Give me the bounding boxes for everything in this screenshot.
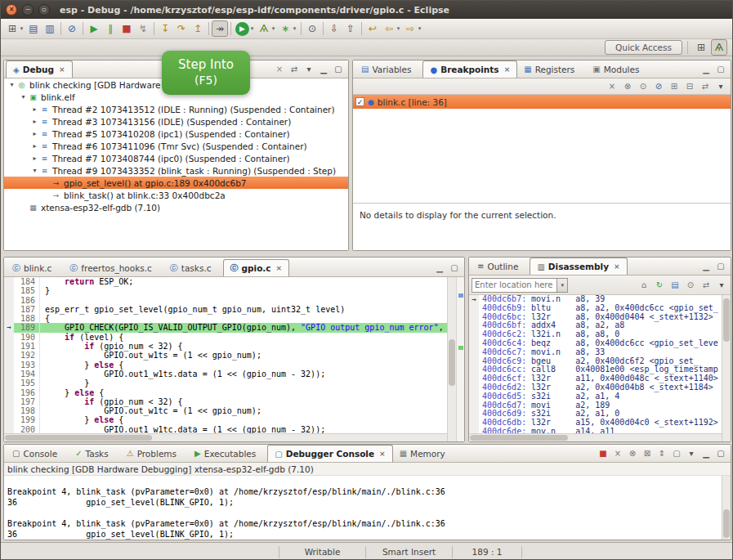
save-all-icon[interactable]: ▥ — [42, 20, 58, 37]
save-icon[interactable]: ▤ — [25, 20, 42, 37]
disassembly-content[interactable]: → 400dc6b7: movi.n a8, 39 400dc6b9: bltu… — [469, 295, 722, 441]
asm-line[interactable]: 400dc6b9: bltu a8, a2, 0x400dc6cc <gpio_… — [469, 304, 722, 313]
code-line[interactable]: 188 { — [4, 314, 447, 323]
scrollbar-thumb[interactable] — [449, 339, 455, 385]
location-input[interactable] — [472, 280, 556, 289]
code-line[interactable]: 186 — [4, 296, 447, 305]
debug-tree-row[interactable]: ▾ ≡ Thread #9 1073433352 (blink_task : R… — [4, 164, 348, 177]
asm-line[interactable]: 400dc6de: mov.n a14, a11 — [469, 428, 722, 433]
view-tab[interactable]: ▶ Executables — [188, 445, 267, 462]
next-annotation-icon[interactable]: ⇩ — [326, 20, 342, 37]
suspend-icon[interactable]: ∥ — [102, 20, 118, 37]
code-line[interactable]: 199 } else { — [4, 415, 447, 424]
expand-all-icon[interactable]: ⊞ — [668, 80, 681, 93]
open-perspective-icon[interactable]: ⊞ — [693, 39, 709, 56]
forward-menu-icon[interactable]: ▾ — [416, 20, 423, 37]
collapse-all-icon[interactable]: ⊟ — [683, 80, 696, 93]
previous-annotation-icon[interactable]: ⇧ — [342, 20, 359, 37]
view-tab[interactable]: ▦ Memory — [393, 445, 457, 462]
debug-tree-row[interactable]: ▦ xtensa-esp32-elf-gdb (7.10) — [4, 201, 348, 213]
display-selected-console-icon[interactable]: ▢ — [670, 447, 683, 460]
scroll-lock-icon[interactable]: ⇕ — [655, 447, 668, 460]
debug-tree-row[interactable]: → gpio_set_level() at gpio.c:189 0x400dc… — [4, 177, 348, 189]
resume-icon[interactable]: ▶ — [86, 20, 102, 37]
step-filters-icon[interactable]: ⇄ — [288, 63, 301, 76]
view-tab[interactable]: ● Breakpoints × — [422, 60, 517, 78]
view-tab[interactable]: ≡ Outline — [471, 258, 530, 275]
separator[interactable] — [60, 22, 61, 35]
home-icon[interactable]: ⌂ — [637, 279, 650, 292]
new-wizard-menu-icon[interactable]: ▾ — [18, 20, 25, 37]
maximize-icon[interactable]: ▢ — [714, 447, 727, 460]
twisty-icon[interactable]: ▸ — [30, 118, 39, 125]
view-tab[interactable]: ✓ Tasks — [69, 445, 120, 462]
code-line[interactable]: 184 return ESP_OK; — [4, 277, 447, 286]
window-close-button[interactable]: × — [6, 4, 17, 16]
console-output[interactable]: Breakpoint 4, blink_task (pvParameter=0x… — [4, 476, 722, 540]
debug-tree-row[interactable]: ▸ ≡ Thread #2 1073413512 (IDLE : Running… — [4, 103, 348, 115]
debug-view-tab[interactable]: ◈ Debug × — [6, 60, 73, 78]
skip-all-breakpoints-icon[interactable]: ⊘ — [64, 20, 80, 37]
debug-tree-row[interactable]: ▸ ≡ Thread #7 1073408744 (ipc0) (Suspend… — [4, 152, 348, 164]
twisty-icon[interactable]: ▸ — [30, 142, 39, 150]
remove-launch-icon[interactable]: × — [611, 447, 624, 460]
twisty-icon[interactable]: ▸ — [30, 155, 39, 162]
search-icon[interactable]: ⊙ — [304, 20, 320, 37]
clear-console-icon[interactable]: ⊠ — [641, 447, 654, 460]
vertical-scrollbar[interactable] — [447, 277, 456, 441]
code-editor[interactable]: 184 return ESP_OK; 185 } 186 — [4, 277, 447, 441]
code-line[interactable]: → 189 GPIO_CHECK(GPIO_IS_VALID_OUTPUT_GP… — [4, 323, 447, 332]
location-combo[interactable]: ▾ — [472, 278, 568, 293]
breakpoint-row[interactable]: ✓ ● blink.c [line: 36] — [353, 95, 731, 109]
maximize-icon[interactable]: ▢ — [448, 262, 461, 275]
debug-tree-row[interactable]: ▸ ≡ Thread #6 1073411096 (Tmr Svc) (Susp… — [4, 140, 348, 152]
sync-icon[interactable]: ⇄ — [699, 279, 713, 292]
code-line[interactable]: 200 GPIO.out1_w1tc.data = (1 << (gpio_nu… — [4, 425, 447, 433]
minimize-icon[interactable]: ▁ — [699, 63, 713, 76]
code-line[interactable]: 195 } — [4, 379, 447, 388]
remove-all-launches-icon[interactable]: ⊗ — [626, 447, 639, 460]
show-source-icon[interactable]: ▤ — [668, 279, 682, 292]
maximize-icon[interactable]: ▢ — [714, 63, 727, 76]
separator[interactable] — [83, 22, 83, 35]
code-line[interactable]: 193 } else { — [4, 361, 447, 370]
back-menu-icon[interactable]: ▾ — [395, 20, 402, 37]
code-line[interactable]: 187 esp_err_t gpio_set_level(gpio_num_t … — [4, 305, 447, 314]
last-edit-location-icon[interactable]: ↩ — [364, 20, 381, 37]
tab-close-icon[interactable]: × — [614, 262, 620, 271]
view-tab[interactable]: ▢ Console — [6, 445, 69, 462]
vertical-scrollbar[interactable] — [722, 295, 731, 441]
debug-menu-icon[interactable]: ▾ — [270, 20, 277, 37]
view-tab[interactable]: ▤ Variables — [355, 60, 422, 78]
step-into-icon[interactable]: ↧ — [157, 20, 173, 37]
track-expression-icon[interactable]: ⊙ — [684, 279, 697, 292]
separator[interactable] — [230, 22, 231, 35]
view-tab[interactable]: ▥ Disassembly × — [530, 258, 627, 275]
horizontal-scrollbar[interactable] — [4, 433, 447, 441]
vertical-scrollbar[interactable] — [722, 476, 731, 540]
twisty-icon[interactable]: ▸ — [30, 130, 39, 137]
show-matching-icon[interactable]: ⊙ — [637, 80, 650, 93]
code-line[interactable]: 198 GPIO.out_w1tc = (1 << gpio_num); — [4, 406, 447, 415]
terminate-icon[interactable]: ■ — [597, 447, 610, 460]
separator[interactable] — [361, 22, 362, 35]
debug-perspective-icon[interactable]: Ѧ — [711, 39, 727, 56]
remove-breakpoint-icon[interactable]: × — [606, 80, 619, 93]
skip-all-breakpoints-icon[interactable]: ⊘ — [652, 80, 665, 93]
editor-tab[interactable]: ⓒ freertos_hooks.c — [63, 259, 163, 276]
code-line[interactable]: 196 } else { — [4, 388, 447, 397]
minimize-icon[interactable]: ▁ — [433, 262, 446, 275]
editor-tab[interactable]: ⓒ gpio.c × — [223, 259, 290, 276]
minimize-icon[interactable]: ▁ — [699, 447, 713, 460]
quick-access-button[interactable]: Quick Access — [605, 40, 682, 55]
debug-tree-row[interactable]: ▸ ≡ Thread #3 1073413156 (IDLE) (Suspend… — [4, 115, 348, 128]
maximize-icon[interactable]: ▢ — [714, 260, 727, 273]
breakpoint-checkbox[interactable]: ✓ — [355, 97, 364, 106]
separator[interactable] — [301, 22, 302, 35]
scrollbar-thumb[interactable] — [723, 298, 730, 343]
disconnect-icon[interactable]: ↯ — [135, 20, 151, 37]
view-menu-icon[interactable]: ▾ — [714, 80, 727, 93]
view-tab[interactable]: ⚠ Problems — [120, 445, 188, 462]
scrollbar-thumb[interactable] — [723, 509, 730, 538]
instruction-stepping-icon[interactable]: ↠ — [212, 20, 228, 37]
